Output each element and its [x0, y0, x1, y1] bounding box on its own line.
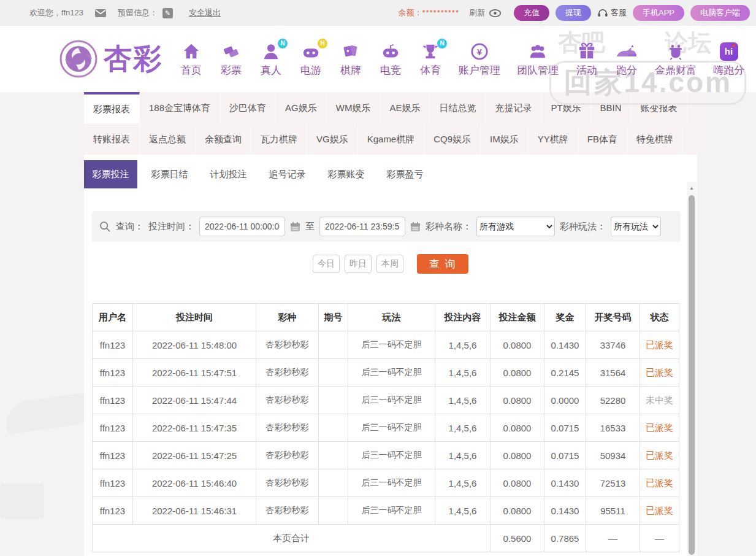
- search-bar: 查询： 投注时间： 至 彩种名称： 所有游戏 彩种玩法： 所有玩法: [92, 211, 681, 242]
- top-bar: 欢迎您，ffn123 预留信息： ✎ 安全退出 余额：********** 刷新…: [0, 0, 756, 26]
- status-badge: 已派奖: [640, 414, 679, 442]
- vertical-scrollbar[interactable]: ▲: [687, 182, 697, 556]
- query-label: 查询：: [116, 221, 143, 233]
- tab-lottery-report[interactable]: 彩票报表: [84, 92, 140, 123]
- tab-cq9-entertainment[interactable]: CQ9娱乐: [424, 123, 481, 155]
- nav-item-team[interactable]: 团队管理: [517, 41, 559, 77]
- game-name-label: 彩种名称：: [426, 221, 472, 233]
- badge-n: N: [437, 39, 447, 48]
- game-select[interactable]: 所有游戏: [476, 217, 555, 236]
- nav-item-hi-paofen[interactable]: hi 嗨跑分: [713, 41, 744, 77]
- tab-shaba-sports[interactable]: 沙巴体育: [220, 92, 276, 123]
- withdraw-button[interactable]: 提现: [556, 5, 591, 21]
- yesterday-button[interactable]: 昨日: [345, 255, 372, 273]
- customer-service-label[interactable]: 客服: [611, 7, 627, 18]
- subtab-chase-records[interactable]: 追号记录: [261, 160, 314, 188]
- pc-client-button[interactable]: 电脑客户端: [690, 5, 750, 21]
- calendar-icon[interactable]: [290, 222, 300, 232]
- table-row: ffn1232022-06-11 15:47:51杏彩秒秒彩后三一码不定胆1,4…: [93, 359, 679, 387]
- nav-item-lottery[interactable]: 彩票: [220, 41, 243, 77]
- reserved-info-label: 预留信息：: [118, 7, 158, 18]
- nav-item-esports[interactable]: 电竞: [379, 41, 402, 77]
- tab-tetu-chess[interactable]: 特兔棋牌: [627, 123, 683, 155]
- nav-item-jinding-wealth[interactable]: 金鼎财富: [655, 41, 697, 77]
- tab-daily-summary[interactable]: 日结总览: [430, 92, 486, 123]
- bets-table-wrap: 用户名 投注时间 彩种 期号 玩法 投注内容 投注金额 奖金 开奖号码 状态 f: [92, 303, 697, 552]
- status-badge: 已派奖: [640, 469, 679, 497]
- tab-deposit-withdraw-records[interactable]: 充提记录: [486, 92, 541, 123]
- to-label: 至: [305, 221, 315, 233]
- refresh-label[interactable]: 刷新: [469, 7, 485, 18]
- query-button[interactable]: 查 询: [417, 254, 468, 274]
- table-row: ffn1232022-06-11 15:47:44杏彩秒秒彩后三一码不定胆1,4…: [93, 387, 679, 414]
- tab-fb-sports[interactable]: FB体育: [578, 123, 627, 155]
- bet-time-from-input[interactable]: [199, 217, 285, 236]
- subtab-lottery-daily[interactable]: 彩票日结: [143, 160, 196, 188]
- recharge-button[interactable]: 充值: [514, 5, 549, 21]
- subtab-plan-bet[interactable]: 计划投注: [202, 160, 255, 188]
- tab-wali-chess[interactable]: 瓦力棋牌: [251, 123, 307, 155]
- message-envelope-icon[interactable]: [94, 8, 107, 18]
- bet-time-to-input[interactable]: [319, 217, 405, 236]
- logout-link[interactable]: 安全退出: [189, 7, 221, 18]
- nav-item-home[interactable]: 首页: [180, 41, 203, 77]
- lottery-subtabs: 彩票投注 彩票日结 计划投注 追号记录 彩票账变 彩票盈亏: [84, 160, 697, 188]
- col-bet-time: 投注时间: [133, 304, 256, 331]
- col-bet-amount: 投注金额: [491, 304, 544, 331]
- live-person-icon: N: [259, 41, 283, 62]
- page-total-bet: 0.5600: [491, 525, 544, 552]
- nav-item-paofen[interactable]: 跑分: [615, 41, 638, 77]
- nav-item-activity[interactable]: 活动: [575, 41, 598, 77]
- subtab-lottery-bet[interactable]: 彩票投注: [84, 160, 137, 188]
- nav-item-chess[interactable]: 棋牌: [339, 41, 362, 77]
- scrollbar-up-arrow[interactable]: ▲: [687, 182, 697, 191]
- subtab-lottery-account-change[interactable]: 彩票账变: [319, 160, 373, 188]
- hi-paofen-icon: hi: [717, 41, 741, 62]
- customer-service[interactable]: 客服: [597, 7, 627, 18]
- tab-ag-entertainment[interactable]: AG娱乐: [276, 92, 327, 123]
- tab-yy-chess[interactable]: YY棋牌: [529, 123, 578, 155]
- nav-item-live[interactable]: N 真人: [259, 41, 283, 77]
- tab-transfer-report[interactable]: 转账报表: [84, 123, 140, 155]
- main-nav: 首页 彩票 N 真人 H 电游: [180, 41, 744, 77]
- edit-pencil-icon[interactable]: ✎: [162, 8, 173, 18]
- balance-text: 余额：**********: [398, 7, 459, 18]
- subtab-lottery-profit[interactable]: 彩票盈亏: [378, 160, 432, 188]
- calendar-icon[interactable]: [410, 222, 421, 232]
- nav-item-account[interactable]: ¥ 账户管理: [459, 41, 500, 77]
- status-badge: 已派奖: [640, 359, 679, 387]
- tab-balance-query[interactable]: 余额查询: [196, 123, 251, 155]
- brand-emblem-icon: [58, 39, 99, 79]
- report-tabs-row-2: 转账报表 返点总额 余额查询 瓦力棋牌 VG娱乐 Kgame棋牌 CQ9娱乐 I…: [84, 123, 697, 155]
- table-row: ffn1232022-06-11 15:46:31杏彩秒秒彩后三一码不定胆1,4…: [93, 497, 679, 525]
- tab-kgame-chess[interactable]: Kgame棋牌: [358, 123, 425, 155]
- this-week-button[interactable]: 本周: [376, 255, 403, 273]
- table-footer-row: 本页合计 0.5600 0.7865 — —: [93, 525, 679, 552]
- nav-item-egames[interactable]: H 电游: [299, 41, 323, 77]
- col-issue: 期号: [319, 304, 348, 331]
- mobile-app-button[interactable]: 手机APP: [633, 5, 684, 21]
- today-button[interactable]: 今日: [313, 255, 340, 273]
- tab-ae-entertainment[interactable]: AE娱乐: [380, 92, 430, 123]
- site-header: 杏吧 论坛 回家14.com 杏彩 首页 彩票: [0, 26, 756, 92]
- scrollbar-thumb[interactable]: [689, 195, 695, 555]
- quick-buttons-row: 今日 昨日 本周 查 询: [84, 254, 697, 274]
- tab-rebate-total[interactable]: 返点总额: [140, 123, 196, 155]
- home-icon: [180, 41, 203, 62]
- col-bet-content: 投注内容: [435, 304, 491, 331]
- nav-item-sports[interactable]: N 体育: [419, 41, 442, 77]
- status-badge: 未中奖: [640, 387, 679, 414]
- tab-vg-entertainment[interactable]: VG娱乐: [307, 123, 358, 155]
- main-panel: 彩票报表 188金宝博体育 沙巴体育 AG娱乐 WM娱乐 AE娱乐 日结总览 充…: [84, 92, 697, 556]
- play-type-label: 彩种玩法：: [560, 221, 606, 233]
- status-badge: 已派奖: [640, 331, 679, 359]
- page-total-label: 本页合计: [93, 525, 491, 552]
- refresh-control[interactable]: 刷新: [469, 7, 502, 18]
- status-badge: 已派奖: [640, 497, 679, 525]
- tab-im-entertainment[interactable]: IM娱乐: [481, 123, 529, 155]
- tab-wm-entertainment[interactable]: WM娱乐: [327, 92, 381, 123]
- play-select[interactable]: 所有玩法: [611, 217, 661, 236]
- status-badge: 已派奖: [640, 442, 679, 469]
- tab-188-sports[interactable]: 188金宝博体育: [140, 92, 220, 123]
- brand-logo[interactable]: 杏彩: [58, 39, 162, 79]
